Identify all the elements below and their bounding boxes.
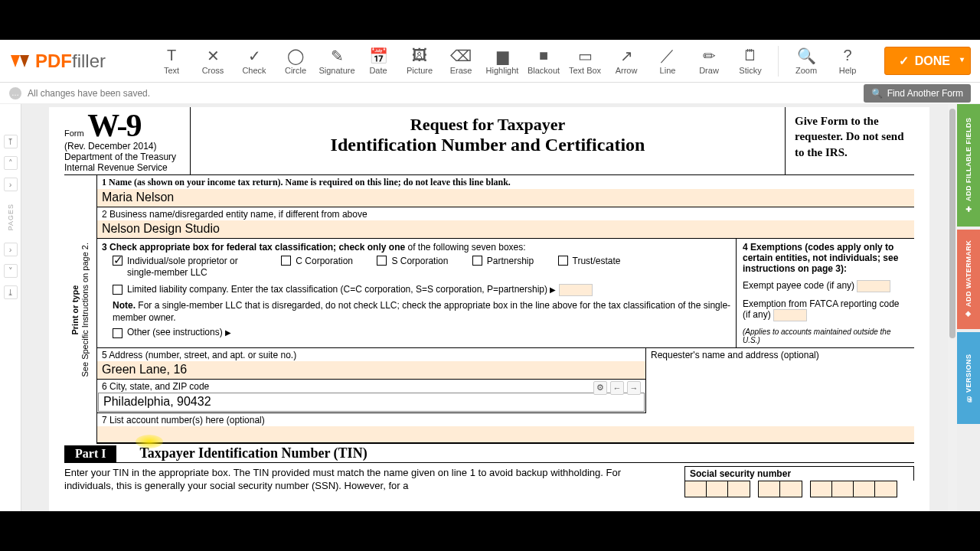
business-name-input[interactable]: Nelson Design Studio [97,220,914,238]
address-input[interactable]: Green Lane, 16 [97,361,645,379]
form-title-2: Identification Number and Certification [206,135,769,155]
search-icon: 🔍 [871,88,883,99]
tool-sticky[interactable]: 🗒Sticky [730,43,770,80]
form-revision: (Rev. December 2014) [64,141,185,152]
tab-versions[interactable]: ⎘VERSIONS [957,332,980,424]
page-first-button[interactable]: ⤒ [4,135,18,148]
tin-instructions: Enter your TIN in the appropriate box. T… [64,466,684,497]
checkbox-other[interactable] [113,328,122,338]
tool-help[interactable]: ?Help [828,43,867,80]
dept-2: Internal Revenue Service [64,162,185,173]
page-down-button[interactable]: ˅ [4,264,18,278]
checkbox-llc[interactable] [113,285,122,295]
tool-line[interactable]: ／Line [648,43,688,80]
page-up-button[interactable]: ˄ [4,156,18,170]
tool-erase[interactable]: ⌫Erase [441,43,481,80]
checkbox-ccorp[interactable] [281,256,291,266]
chat-icon: … [9,87,21,99]
llc-note: Note. For a single-member LLC that is di… [113,299,731,324]
pages-label: PAGES [7,204,15,230]
account-numbers-input[interactable] [97,426,914,443]
tool-date[interactable]: 📅Date [358,43,398,80]
exempt-payee-label: Exempt payee code (if any) [743,280,908,292]
toolbar: PDFfiller TText ✕Cross ✓Check ◯Circle ✎S… [0,40,980,83]
line3-label: 3 Check appropriate box for federal tax … [102,242,731,253]
done-button[interactable]: ✓DONE [884,47,971,75]
zoom-icon: 🔍 [797,47,816,64]
form-label: Form [64,129,84,138]
requester-input[interactable] [646,362,914,411]
exempt-payee-input[interactable] [857,280,890,292]
tab-fillable-fields[interactable]: ✚ADD FILLABLE FIELDS [957,104,980,227]
dept-1: Department of the Treasury [64,152,185,162]
tool-circle[interactable]: ◯Circle [276,43,315,80]
check-icon: ✓ [899,54,909,68]
highlight-icon: ▆ [497,47,508,64]
box4-label: 4 Exemptions (codes apply only to certai… [743,242,908,274]
tool-draw[interactable]: ✏Draw [689,43,729,80]
form-title-1: Request for Taxpayer [206,115,769,135]
signature-icon: ✎ [331,47,344,64]
llc-class-input[interactable] [559,284,593,296]
text-icon: T [167,47,176,64]
page-next-button[interactable]: › [4,178,18,191]
tool-check[interactable]: ✓Check [234,43,274,80]
blackout-icon: ■ [539,47,548,64]
line-icon: ／ [660,47,675,64]
status-text: All changes have been saved. [28,88,150,99]
checkbox-partnership[interactable] [472,256,482,266]
vertical-scrollbar[interactable] [948,104,957,511]
page: Form W-9 (Rev. December 2014) Department… [49,107,929,511]
logo: PDFfiller [9,51,106,72]
logo-pdf: PDF [35,51,72,72]
arrow-icon: ↗ [620,47,633,64]
tool-zoom[interactable]: 🔍Zoom [786,43,826,80]
tool-cross[interactable]: ✕Cross [193,43,233,80]
fatca-input[interactable] [773,309,807,321]
tool-textbox[interactable]: ▭Text Box [565,43,605,80]
logo-filler: filler [72,51,106,72]
requester-label: Requester's name and address (optional) [646,348,914,362]
applies-note: (Applies to accounts maintained outside … [743,328,908,344]
form-number: W-9 [87,108,140,143]
give-form-note: Give Form to the requester. Do not send … [786,107,914,174]
city-state-zip-input[interactable]: Philadelphia, 90432 [99,393,644,411]
right-rail: ✚ADD FILLABLE FIELDS ◈ADD WATERMARK ⎘VER… [957,104,980,511]
page-prev-button[interactable]: › [4,243,18,256]
line6-label: 6 City, state, and ZIP code [97,380,645,393]
tool-text[interactable]: TText [152,43,191,80]
find-form-button[interactable]: 🔍Find Another Form [864,84,971,103]
field-next-button[interactable]: → [627,381,641,395]
draw-icon: ✏ [703,47,716,64]
picture-icon: 🖼 [412,47,427,64]
name-input[interactable]: Maria Nelson [97,189,914,207]
tool-signature[interactable]: ✎Signature [317,43,357,80]
tool-blackout[interactable]: ■Blackout [524,43,564,80]
side-instructions: Print or typeSee Specific Instructions o… [70,243,90,377]
checkbox-scorp[interactable] [377,256,387,266]
status-bar: … All changes have been saved. 🔍Find Ano… [0,83,980,104]
logo-icon [9,52,31,70]
fatca-label: Exemption from FATCA reporting code (if … [743,298,908,321]
line5-label: 5 Address (number, street, and apt. or s… [97,348,645,361]
checkbox-trust[interactable] [558,256,568,266]
cross-icon: ✕ [207,47,220,64]
tool-arrow[interactable]: ↗Arrow [606,43,646,80]
tab-watermark[interactable]: ◈ADD WATERMARK [957,230,980,329]
page-last-button[interactable]: ⤓ [4,285,18,299]
part1-title: Taxpayer Identification Number (TIN) [139,445,367,461]
sticky-icon: 🗒 [743,47,758,64]
checkbox-individual[interactable] [113,256,122,266]
calendar-icon: 📅 [369,47,388,64]
line7-label: 7 List account number(s) here (optional) [97,413,914,426]
field-prev-button[interactable]: ← [610,381,624,395]
document-canvas[interactable]: Form W-9 (Rev. December 2014) Department… [21,104,957,511]
circle-icon: ◯ [287,47,304,64]
line1-label: 1 Name (as shown on your income tax retu… [97,175,914,189]
check-icon: ✓ [248,47,261,64]
field-settings-button[interactable]: ⚙ [593,381,607,395]
ssn-input[interactable] [684,481,914,497]
tool-highlight[interactable]: ▆Highlight [482,43,522,80]
part1-badge: Part I [64,445,116,462]
tool-picture[interactable]: 🖼Picture [400,43,439,80]
